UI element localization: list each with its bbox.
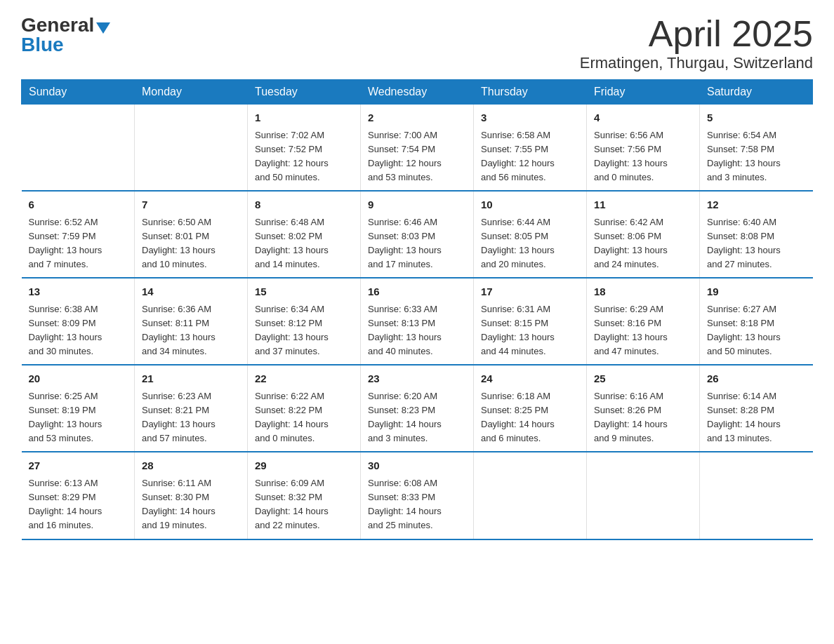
calendar-cell: 12Sunrise: 6:40 AM Sunset: 8:08 PM Dayli… [700, 191, 813, 278]
calendar-header-sunday: Sunday [22, 80, 135, 105]
day-info: Sunrise: 6:34 AM Sunset: 8:12 PM Dayligh… [255, 302, 353, 359]
day-info: Sunrise: 6:18 AM Sunset: 8:25 PM Dayligh… [481, 389, 579, 446]
day-number: 28 [142, 458, 240, 474]
calendar-cell: 17Sunrise: 6:31 AM Sunset: 8:15 PM Dayli… [474, 278, 587, 365]
day-number: 25 [594, 371, 692, 387]
calendar-cell: 14Sunrise: 6:36 AM Sunset: 8:11 PM Dayli… [135, 278, 248, 365]
calendar-cell: 10Sunrise: 6:44 AM Sunset: 8:05 PM Dayli… [474, 191, 587, 278]
day-number: 16 [368, 284, 466, 300]
day-number: 22 [255, 371, 353, 387]
day-info: Sunrise: 6:08 AM Sunset: 8:33 PM Dayligh… [368, 476, 466, 533]
calendar-header-saturday: Saturday [700, 80, 813, 105]
calendar-cell: 21Sunrise: 6:23 AM Sunset: 8:21 PM Dayli… [135, 365, 248, 452]
day-info: Sunrise: 6:46 AM Sunset: 8:03 PM Dayligh… [368, 215, 466, 272]
day-info: Sunrise: 6:31 AM Sunset: 8:15 PM Dayligh… [481, 302, 579, 359]
calendar-cell: 28Sunrise: 6:11 AM Sunset: 8:30 PM Dayli… [135, 452, 248, 539]
calendar-cell: 6Sunrise: 6:52 AM Sunset: 7:59 PM Daylig… [22, 191, 135, 278]
day-info: Sunrise: 6:38 AM Sunset: 8:09 PM Dayligh… [29, 302, 128, 359]
calendar-cell: 30Sunrise: 6:08 AM Sunset: 8:33 PM Dayli… [361, 452, 474, 539]
calendar-table: SundayMondayTuesdayWednesdayThursdayFrid… [21, 79, 813, 539]
day-number: 14 [142, 284, 240, 300]
day-number: 3 [481, 110, 579, 126]
day-number: 19 [707, 284, 806, 300]
day-info: Sunrise: 6:52 AM Sunset: 7:59 PM Dayligh… [29, 215, 128, 272]
day-info: Sunrise: 6:54 AM Sunset: 7:58 PM Dayligh… [707, 128, 806, 185]
calendar-cell [587, 452, 700, 539]
day-number: 15 [255, 284, 353, 300]
day-number: 6 [29, 197, 128, 213]
calendar-cell [22, 105, 135, 192]
day-number: 17 [481, 284, 579, 300]
calendar-cell [135, 105, 248, 192]
day-info: Sunrise: 6:33 AM Sunset: 8:13 PM Dayligh… [368, 302, 466, 359]
day-number: 26 [707, 371, 806, 387]
calendar-cell: 23Sunrise: 6:20 AM Sunset: 8:23 PM Dayli… [361, 365, 474, 452]
logo-arrow-icon [96, 22, 110, 34]
calendar-cell: 1Sunrise: 7:02 AM Sunset: 7:52 PM Daylig… [248, 105, 361, 192]
calendar-cell: 4Sunrise: 6:56 AM Sunset: 7:56 PM Daylig… [587, 105, 700, 192]
calendar-week-row: 20Sunrise: 6:25 AM Sunset: 8:19 PM Dayli… [22, 365, 813, 452]
calendar-week-row: 13Sunrise: 6:38 AM Sunset: 8:09 PM Dayli… [22, 278, 813, 365]
calendar-cell: 29Sunrise: 6:09 AM Sunset: 8:32 PM Dayli… [248, 452, 361, 539]
calendar-cell: 11Sunrise: 6:42 AM Sunset: 8:06 PM Dayli… [587, 191, 700, 278]
day-info: Sunrise: 6:14 AM Sunset: 8:28 PM Dayligh… [707, 389, 806, 446]
calendar-header-wednesday: Wednesday [361, 80, 474, 105]
calendar-cell: 16Sunrise: 6:33 AM Sunset: 8:13 PM Dayli… [361, 278, 474, 365]
day-number: 21 [142, 371, 240, 387]
calendar-cell [700, 452, 813, 539]
calendar-cell: 9Sunrise: 6:46 AM Sunset: 8:03 PM Daylig… [361, 191, 474, 278]
calendar-cell: 22Sunrise: 6:22 AM Sunset: 8:22 PM Dayli… [248, 365, 361, 452]
calendar-cell: 2Sunrise: 7:00 AM Sunset: 7:54 PM Daylig… [361, 105, 474, 192]
logo-blue: Blue [21, 34, 64, 56]
day-info: Sunrise: 7:00 AM Sunset: 7:54 PM Dayligh… [368, 128, 466, 185]
day-number: 10 [481, 197, 579, 213]
day-info: Sunrise: 6:29 AM Sunset: 8:16 PM Dayligh… [594, 302, 692, 359]
logo: General Blue [21, 14, 110, 56]
day-info: Sunrise: 7:02 AM Sunset: 7:52 PM Dayligh… [255, 128, 353, 185]
day-number: 2 [368, 110, 466, 126]
day-number: 29 [255, 458, 353, 474]
day-number: 4 [594, 110, 692, 126]
calendar-header-thursday: Thursday [474, 80, 587, 105]
calendar-cell: 13Sunrise: 6:38 AM Sunset: 8:09 PM Dayli… [22, 278, 135, 365]
calendar-header-monday: Monday [135, 80, 248, 105]
day-info: Sunrise: 6:20 AM Sunset: 8:23 PM Dayligh… [368, 389, 466, 446]
calendar-cell: 8Sunrise: 6:48 AM Sunset: 8:02 PM Daylig… [248, 191, 361, 278]
day-number: 1 [255, 110, 353, 126]
day-info: Sunrise: 6:44 AM Sunset: 8:05 PM Dayligh… [481, 215, 579, 272]
day-info: Sunrise: 6:36 AM Sunset: 8:11 PM Dayligh… [142, 302, 240, 359]
day-info: Sunrise: 6:42 AM Sunset: 8:06 PM Dayligh… [594, 215, 692, 272]
day-info: Sunrise: 6:16 AM Sunset: 8:26 PM Dayligh… [594, 389, 692, 446]
day-number: 18 [594, 284, 692, 300]
location-title: Ermatingen, Thurgau, Switzerland [580, 54, 813, 72]
calendar-cell: 25Sunrise: 6:16 AM Sunset: 8:26 PM Dayli… [587, 365, 700, 452]
day-number: 9 [368, 197, 466, 213]
calendar-cell: 26Sunrise: 6:14 AM Sunset: 8:28 PM Dayli… [700, 365, 813, 452]
day-info: Sunrise: 6:50 AM Sunset: 8:01 PM Dayligh… [142, 215, 240, 272]
day-number: 30 [368, 458, 466, 474]
calendar-cell: 19Sunrise: 6:27 AM Sunset: 8:18 PM Dayli… [700, 278, 813, 365]
day-info: Sunrise: 6:58 AM Sunset: 7:55 PM Dayligh… [481, 128, 579, 185]
day-info: Sunrise: 6:09 AM Sunset: 8:32 PM Dayligh… [255, 476, 353, 533]
header: General Blue April 2025 Ermatingen, Thur… [21, 14, 813, 72]
calendar-cell: 3Sunrise: 6:58 AM Sunset: 7:55 PM Daylig… [474, 105, 587, 192]
day-number: 27 [29, 458, 128, 474]
day-info: Sunrise: 6:13 AM Sunset: 8:29 PM Dayligh… [29, 476, 128, 533]
calendar-cell: 15Sunrise: 6:34 AM Sunset: 8:12 PM Dayli… [248, 278, 361, 365]
day-number: 20 [29, 371, 128, 387]
day-info: Sunrise: 6:40 AM Sunset: 8:08 PM Dayligh… [707, 215, 806, 272]
day-number: 23 [368, 371, 466, 387]
day-info: Sunrise: 6:25 AM Sunset: 8:19 PM Dayligh… [29, 389, 128, 446]
calendar-cell: 18Sunrise: 6:29 AM Sunset: 8:16 PM Dayli… [587, 278, 700, 365]
calendar-cell: 27Sunrise: 6:13 AM Sunset: 8:29 PM Dayli… [22, 452, 135, 539]
day-number: 13 [29, 284, 128, 300]
calendar-cell: 5Sunrise: 6:54 AM Sunset: 7:58 PM Daylig… [700, 105, 813, 192]
day-number: 12 [707, 197, 806, 213]
calendar-week-row: 1Sunrise: 7:02 AM Sunset: 7:52 PM Daylig… [22, 105, 813, 192]
calendar-week-row: 6Sunrise: 6:52 AM Sunset: 7:59 PM Daylig… [22, 191, 813, 278]
calendar-header-row: SundayMondayTuesdayWednesdayThursdayFrid… [22, 80, 813, 105]
calendar-cell: 24Sunrise: 6:18 AM Sunset: 8:25 PM Dayli… [474, 365, 587, 452]
day-info: Sunrise: 6:22 AM Sunset: 8:22 PM Dayligh… [255, 389, 353, 446]
day-number: 7 [142, 197, 240, 213]
day-info: Sunrise: 6:56 AM Sunset: 7:56 PM Dayligh… [594, 128, 692, 185]
